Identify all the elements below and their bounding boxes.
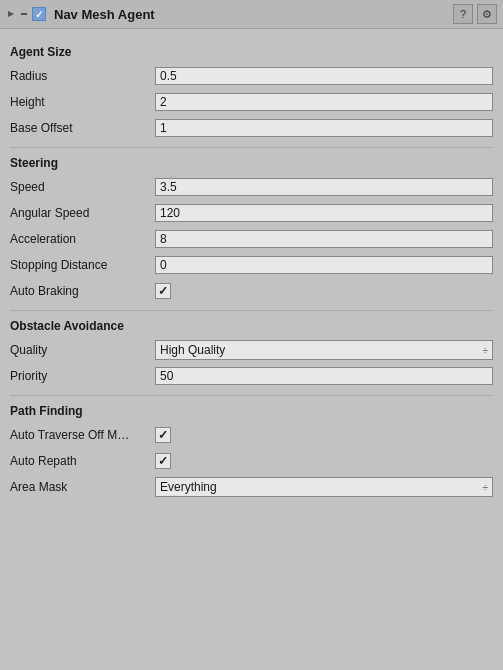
select-quality[interactable]: High Quality ÷ (155, 340, 493, 360)
field-row-base-offset: Base Offset (10, 117, 493, 139)
settings-button[interactable]: ⚙ (477, 4, 497, 24)
checkmark-auto-repath: ✓ (158, 454, 168, 468)
field-row-area-mask: Area Mask Everything ÷ (10, 476, 493, 498)
input-acceleration[interactable] (155, 230, 493, 248)
select-area-mask-arrow-icon: ÷ (483, 482, 489, 493)
select-area-mask[interactable]: Everything ÷ (155, 477, 493, 497)
field-row-height: Height (10, 91, 493, 113)
divider-2 (10, 310, 493, 311)
label-auto-repath: Auto Repath (10, 454, 155, 468)
field-row-stopping-distance: Stopping Distance (10, 254, 493, 276)
checkmark-auto-braking: ✓ (158, 284, 168, 298)
select-area-mask-value: Everything (160, 480, 217, 494)
field-row-quality: Quality High Quality ÷ (10, 339, 493, 361)
label-stopping-distance: Stopping Distance (10, 258, 155, 272)
input-priority[interactable] (155, 367, 493, 385)
component-title: Nav Mesh Agent (54, 7, 449, 22)
field-row-radius: Radius (10, 65, 493, 87)
label-area-mask: Area Mask (10, 480, 155, 494)
field-row-angular-speed: Angular Speed (10, 202, 493, 224)
section-agent-size-title: Agent Size (10, 45, 493, 59)
label-acceleration: Acceleration (10, 232, 155, 246)
minus-icon[interactable] (19, 9, 29, 19)
label-auto-braking: Auto Braking (10, 284, 155, 298)
field-row-speed: Speed (10, 176, 493, 198)
field-row-priority: Priority (10, 365, 493, 387)
svg-rect-1 (21, 13, 27, 15)
select-quality-value: High Quality (160, 343, 225, 357)
label-angular-speed: Angular Speed (10, 206, 155, 220)
nav-mesh-agent-panel: ✓ Nav Mesh Agent ? ⚙ Agent Size Radius H… (0, 0, 503, 670)
component-header: ✓ Nav Mesh Agent ? ⚙ (0, 0, 503, 29)
label-height: Height (10, 95, 155, 109)
label-base-offset: Base Offset (10, 121, 155, 135)
field-row-auto-braking: Auto Braking ✓ (10, 280, 493, 302)
label-radius: Radius (10, 69, 155, 83)
checkbox-auto-repath[interactable]: ✓ (155, 453, 171, 469)
label-auto-traverse: Auto Traverse Off M… (10, 428, 155, 442)
label-priority: Priority (10, 369, 155, 383)
svg-marker-0 (8, 11, 14, 17)
section-steering-title: Steering (10, 156, 493, 170)
component-content: Agent Size Radius Height Base Offset Ste… (0, 29, 503, 510)
section-path-finding-title: Path Finding (10, 404, 493, 418)
input-height[interactable] (155, 93, 493, 111)
field-row-auto-repath: Auto Repath ✓ (10, 450, 493, 472)
input-stopping-distance[interactable] (155, 256, 493, 274)
checkmark-auto-traverse: ✓ (158, 428, 168, 442)
divider-3 (10, 395, 493, 396)
header-action-buttons: ? ⚙ (453, 4, 497, 24)
divider-1 (10, 147, 493, 148)
select-quality-arrow-icon: ÷ (483, 345, 489, 356)
field-row-auto-traverse: Auto Traverse Off M… ✓ (10, 424, 493, 446)
header-icons: ✓ (6, 7, 46, 21)
checkbox-auto-braking[interactable]: ✓ (155, 283, 171, 299)
input-speed[interactable] (155, 178, 493, 196)
checkmark-icon: ✓ (35, 9, 43, 20)
label-speed: Speed (10, 180, 155, 194)
section-obstacle-avoidance-title: Obstacle Avoidance (10, 319, 493, 333)
field-row-acceleration: Acceleration (10, 228, 493, 250)
input-radius[interactable] (155, 67, 493, 85)
component-enabled-checkbox[interactable]: ✓ (32, 7, 46, 21)
input-base-offset[interactable] (155, 119, 493, 137)
checkbox-auto-traverse[interactable]: ✓ (155, 427, 171, 443)
input-angular-speed[interactable] (155, 204, 493, 222)
collapse-arrow-icon[interactable] (6, 9, 16, 19)
help-button[interactable]: ? (453, 4, 473, 24)
label-quality: Quality (10, 343, 155, 357)
